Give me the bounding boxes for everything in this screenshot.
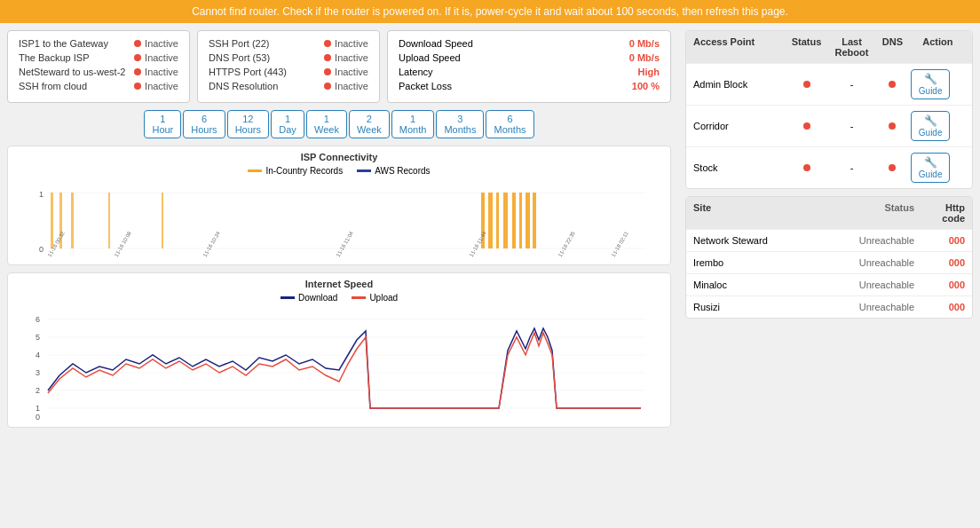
header-status: Status bbox=[784, 36, 829, 58]
guide-button-1[interactable]: 🔧 Guide bbox=[911, 111, 951, 141]
conn-label-0: ISP1 to the Gateway bbox=[19, 38, 108, 49]
ap-action-0[interactable]: 🔧 Guide bbox=[911, 69, 965, 99]
svg-rect-8 bbox=[162, 193, 163, 248]
time-btn-2w[interactable]: 2Week bbox=[349, 110, 390, 138]
table-row: Irembo Unreachable 000 bbox=[686, 251, 972, 273]
isp-chart-legend: In-Country Records AWS Records bbox=[13, 166, 665, 176]
status-item: DNS Resolution Inactive bbox=[209, 81, 368, 91]
speed-chart-section: Internet Speed Download Upload 6 5 4 3 bbox=[7, 272, 671, 428]
time-btn-1d[interactable]: 1Day bbox=[271, 110, 304, 138]
ap-dns-2 bbox=[874, 162, 911, 173]
svg-rect-16 bbox=[533, 193, 536, 248]
svg-text:5: 5 bbox=[36, 333, 40, 342]
speed-item: Latency High bbox=[399, 67, 660, 77]
speed-chart-container: 6 5 4 3 2 1 0 bbox=[13, 306, 665, 422]
ap-action-1[interactable]: 🔧 Guide bbox=[911, 111, 965, 141]
dot-red-4 bbox=[324, 40, 331, 47]
ap-dns-0 bbox=[874, 79, 911, 90]
site-code-1: 000 bbox=[914, 257, 965, 268]
speed-metrics-box: Download Speed 0 Mb/s Upload Speed 0 Mb/… bbox=[387, 30, 671, 103]
access-table-header: Access Point Status LastReboot DNS Actio… bbox=[686, 31, 972, 63]
legend-color-blue bbox=[357, 169, 371, 172]
site-status-3: Unreachable bbox=[819, 302, 914, 312]
svg-rect-12 bbox=[503, 193, 508, 248]
svg-text:11-16 11:04: 11-16 11:04 bbox=[336, 230, 355, 257]
legend-upload: Upload bbox=[352, 293, 398, 303]
dot-red-7 bbox=[324, 83, 331, 90]
dot-red-6 bbox=[324, 68, 331, 75]
time-btn-6h[interactable]: 6Hours bbox=[183, 110, 225, 138]
table-row: Minaloc Unreachable 000 bbox=[686, 273, 972, 296]
ap-name-2: Stock bbox=[693, 162, 784, 173]
header-action: Action bbox=[911, 36, 965, 58]
ap-dns-dot-1 bbox=[889, 122, 896, 130]
header-site-status: Status bbox=[819, 202, 914, 224]
time-btn-1m[interactable]: 1Month bbox=[391, 110, 435, 138]
time-selector: 1Hour 6Hours 12Hours 1Day 1Week 2Week 1M… bbox=[7, 110, 671, 138]
svg-rect-4 bbox=[51, 193, 53, 248]
header-dns: DNS bbox=[874, 36, 911, 58]
svg-rect-7 bbox=[108, 193, 110, 248]
status-item: HTTPS Port (443) Inactive bbox=[209, 67, 368, 77]
time-btn-12h[interactable]: 12Hours bbox=[227, 110, 269, 138]
ap-dns-1 bbox=[874, 121, 911, 131]
dot-red-3 bbox=[134, 83, 141, 90]
isp-chart-section: ISP Connectivity In-Country Records AWS … bbox=[7, 146, 671, 265]
svg-text:11-16 00:32: 11-16 00:32 bbox=[47, 230, 67, 257]
ports-box: SSH Port (22) Inactive DNS Port (53) Ina… bbox=[197, 30, 380, 103]
guide-button-0[interactable]: 🔧 Guide bbox=[911, 69, 951, 99]
svg-text:11-16 10:08: 11-16 10:08 bbox=[114, 230, 133, 257]
isp-chart-container: 1 0 bbox=[13, 179, 665, 259]
header-reboot: LastReboot bbox=[829, 36, 874, 58]
svg-text:6: 6 bbox=[36, 315, 40, 324]
site-status-1: Unreachable bbox=[819, 257, 914, 268]
header-access-point: Access Point bbox=[693, 36, 784, 58]
conn-value-0: Inactive bbox=[134, 38, 178, 49]
svg-rect-11 bbox=[496, 193, 499, 248]
ap-dot-0 bbox=[803, 81, 810, 88]
svg-text:1: 1 bbox=[39, 190, 43, 199]
time-btn-3m[interactable]: 3Months bbox=[436, 110, 484, 138]
site-status-0: Unreachable bbox=[819, 235, 914, 246]
guide-button-2[interactable]: 🔧 Guide bbox=[911, 153, 951, 183]
ap-action-2[interactable]: 🔧 Guide bbox=[911, 153, 965, 183]
isp-chart-svg: 1 0 bbox=[13, 179, 665, 259]
svg-rect-15 bbox=[526, 193, 530, 248]
ap-reboot-0: - bbox=[829, 79, 874, 90]
time-btn-1w[interactable]: 1Week bbox=[306, 110, 347, 138]
ap-dns-dot-2 bbox=[889, 164, 896, 171]
dot-red-5 bbox=[324, 54, 331, 61]
ap-status-2 bbox=[784, 162, 829, 173]
table-row: Network Steward Unreachable 000 bbox=[686, 229, 972, 251]
legend-aws: AWS Records bbox=[357, 166, 430, 176]
site-name-2: Minaloc bbox=[693, 280, 819, 290]
table-row: Rusizi Unreachable 000 bbox=[686, 296, 972, 318]
table-row: Stock - 🔧 Guide bbox=[686, 146, 972, 188]
site-name-0: Network Steward bbox=[693, 235, 819, 246]
sites-table-header: Site Status Httpcode bbox=[686, 197, 972, 229]
guide-icon-0: 🔧 bbox=[924, 73, 937, 85]
legend-color-download bbox=[281, 296, 295, 299]
status-item: ISP1 to the Gateway Inactive bbox=[19, 38, 178, 49]
ap-reboot-1: - bbox=[829, 121, 874, 131]
time-btn-1h[interactable]: 1Hour bbox=[144, 110, 181, 138]
banner-text: Cannot find router. Check if the router … bbox=[192, 5, 788, 18]
svg-rect-10 bbox=[488, 193, 493, 248]
svg-rect-13 bbox=[512, 193, 516, 248]
svg-text:11-16 10:24: 11-16 10:24 bbox=[202, 230, 222, 257]
ap-name-1: Corridor bbox=[693, 121, 784, 131]
header-site: Site bbox=[693, 202, 819, 224]
isp-chart-title: ISP Connectivity bbox=[13, 152, 665, 162]
status-item: The Backup ISP Inactive bbox=[19, 52, 178, 63]
speed-chart-title: Internet Speed bbox=[13, 279, 665, 289]
svg-text:0: 0 bbox=[39, 245, 43, 254]
legend-color-orange bbox=[248, 169, 262, 172]
speed-item: Packet Loss 100 % bbox=[399, 81, 660, 91]
time-btn-6m[interactable]: 6Months bbox=[486, 110, 533, 138]
status-item: SSH from cloud Inactive bbox=[19, 81, 178, 91]
site-code-2: 000 bbox=[914, 280, 965, 290]
svg-text:1: 1 bbox=[36, 404, 40, 413]
svg-text:4: 4 bbox=[36, 351, 40, 359]
svg-text:0: 0 bbox=[36, 413, 40, 422]
status-item: SSH Port (22) Inactive bbox=[209, 38, 368, 49]
